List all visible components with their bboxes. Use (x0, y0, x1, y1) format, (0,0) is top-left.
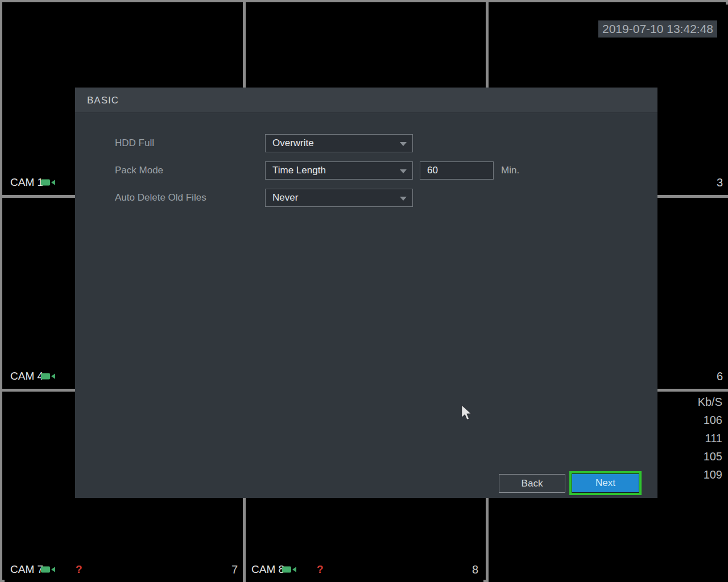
bitrate-value: 106 (698, 411, 722, 429)
bitrate-panel: Kb/S 106 111 105 109 (698, 393, 722, 484)
basic-settings-dialog: BASIC HDD Full Overwrite Pack Mode Time … (75, 88, 657, 498)
bitrate-unit-header: Kb/S (698, 393, 722, 411)
channel-number: 8 (472, 562, 478, 577)
video-loss-icon: ? (317, 562, 324, 577)
hdd-full-label: HDD Full (115, 134, 154, 152)
chevron-down-icon (400, 169, 407, 173)
hdd-full-selected-value: Overwrite (272, 138, 314, 148)
bitrate-value: 105 (698, 447, 722, 465)
back-button[interactable]: Back (499, 474, 565, 493)
camera-status-row: CAM 8 ? (246, 562, 483, 577)
nvr-live-view-screen: CAM 1 ? 3 2019-07-10 13:42:48 CAM 4 ? 6 … (0, 0, 728, 582)
pack-mode-dropdown[interactable]: Time Length (265, 161, 413, 180)
next-button[interactable]: Next (572, 474, 639, 492)
camera-on-icon (41, 178, 56, 187)
camera-label: CAM 7 (10, 562, 43, 577)
auto-delete-selected-value: Never (272, 192, 298, 203)
channel-number: 7 (231, 562, 238, 577)
bitrate-value: 109 (698, 465, 722, 484)
camera-on-icon (41, 565, 56, 574)
camera-label: CAM 8 (251, 562, 284, 577)
chevron-down-icon (400, 142, 407, 146)
mouse-cursor-icon (460, 404, 473, 422)
auto-delete-row: Auto Delete Old Files Never (75, 189, 657, 207)
video-loss-icon: ? (76, 562, 82, 577)
next-button-focus-ring: Next (569, 471, 642, 495)
pack-length-unit-label: Min. (501, 161, 519, 180)
auto-delete-dropdown[interactable]: Never (265, 189, 413, 207)
channel-number: 6 (717, 369, 723, 384)
camera-status-row: CAM 7 ? (5, 562, 243, 577)
pack-mode-selected-value: Time Length (272, 165, 326, 176)
camera-label: CAM 4 (10, 369, 43, 384)
dialog-title: BASIC (75, 88, 657, 113)
channel-number: 3 (717, 175, 723, 190)
camera-label: CAM 1 (10, 175, 43, 190)
hdd-full-row: HDD Full Overwrite (75, 134, 657, 152)
pack-mode-row: Pack Mode Time Length Min. (75, 161, 657, 180)
system-timestamp: 2019-07-10 13:42:48 (598, 20, 717, 38)
bitrate-value: 111 (698, 429, 722, 447)
camera-on-icon (282, 565, 297, 574)
pack-length-input[interactable] (420, 161, 494, 180)
auto-delete-label: Auto Delete Old Files (115, 189, 206, 207)
hdd-full-dropdown[interactable]: Overwrite (265, 134, 413, 152)
pack-mode-label: Pack Mode (115, 161, 163, 180)
camera-on-icon (41, 372, 56, 381)
chevron-down-icon (400, 197, 407, 201)
